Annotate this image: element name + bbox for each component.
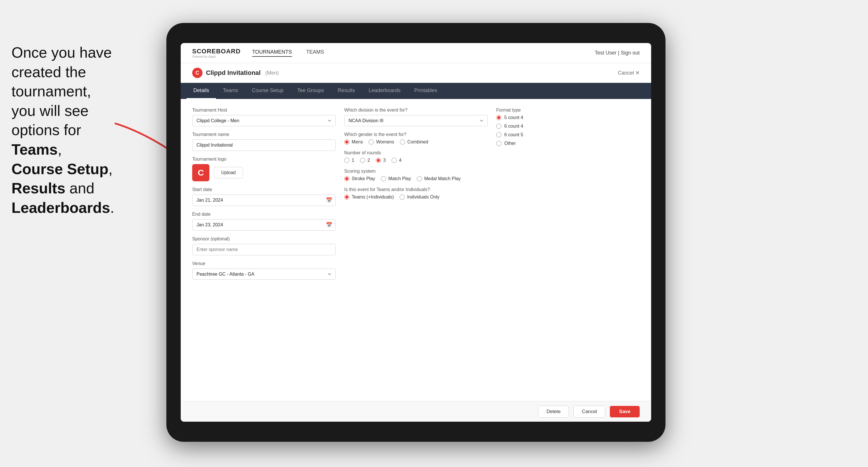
division-group: Which division is the event for? NCAA Di… [344, 107, 488, 126]
bold-teams: Teams [11, 141, 58, 158]
bold-results: Results [11, 180, 65, 196]
end-date-wrapper: 📅 [192, 219, 336, 230]
tab-printables[interactable]: Printables [407, 83, 444, 99]
rounds-3-option[interactable]: 3 [376, 158, 386, 163]
tournament-name-label: Tournament name [192, 132, 336, 137]
teams-radio-group: Teams (+Individuals) Individuals Only [344, 194, 488, 200]
format-6count5-option[interactable]: 6 count 5 [496, 132, 640, 137]
format-5count4-option[interactable]: 5 count 4 [496, 115, 640, 120]
format-other-radio[interactable] [496, 141, 501, 146]
scoring-stroke-radio[interactable] [344, 176, 349, 181]
rounds-1-option[interactable]: 1 [344, 158, 354, 163]
teams-individuals-label: Is this event for Teams and/or Individua… [344, 187, 488, 192]
individuals-only-label: Individuals Only [407, 194, 439, 200]
format-6count4-option[interactable]: 6 count 4 [496, 124, 640, 129]
tournament-name: Clippd Invitational [206, 69, 261, 76]
start-date-label: Start date [192, 187, 336, 192]
format-type-group: Format type 5 count 4 6 count 4 [496, 107, 640, 146]
cancel-button[interactable]: Cancel [574, 406, 605, 418]
start-date-group: Start date 📅 [192, 187, 336, 206]
tournament-host-label: Tournament Host [192, 107, 336, 113]
rounds-4-radio[interactable] [392, 158, 397, 163]
main-nav: TOURNAMENTS TEAMS [252, 49, 324, 57]
tab-results[interactable]: Results [331, 83, 362, 99]
format-type-label: Format type [496, 107, 640, 113]
format-5count4-radio[interactable] [496, 115, 501, 120]
tournament-title-area: C Clippd Invitational (Men) [192, 68, 279, 78]
gender-womens-radio[interactable] [369, 139, 374, 145]
logo-area: SCOREBOARD Powered by clippd [192, 48, 241, 58]
scoring-match-option[interactable]: Match Play [381, 176, 411, 181]
gender-mens-option[interactable]: Mens [344, 139, 363, 145]
logo-icon-display: C [192, 164, 209, 181]
tablet-screen: SCOREBOARD Powered by clippd TOURNAMENTS… [181, 43, 651, 422]
division-select[interactable]: NCAA Division III [344, 115, 488, 126]
rounds-1-label: 1 [352, 158, 354, 163]
gender-mens-radio[interactable] [344, 139, 349, 145]
rounds-label: Number of rounds [344, 150, 488, 155]
gender-combined-label: Combined [407, 139, 428, 145]
scoring-stroke-option[interactable]: Stroke Play [344, 176, 375, 181]
rounds-2-radio[interactable] [360, 158, 365, 163]
save-button[interactable]: Save [610, 406, 640, 417]
individuals-only-option[interactable]: Individuals Only [400, 194, 439, 200]
gender-group: Which gender is the event for? Mens Wome… [344, 132, 488, 145]
cancel-header-button[interactable]: Cancel ✕ [618, 70, 640, 76]
user-menu[interactable]: Test User | Sign out [595, 50, 640, 56]
tab-details[interactable]: Details [186, 83, 216, 99]
tournament-name-group: Tournament name [192, 132, 336, 151]
gender-combined-option[interactable]: Combined [400, 139, 428, 145]
scoring-medal-label: Medal Match Play [424, 176, 461, 181]
bold-leaderboards: Leaderboards [11, 199, 110, 216]
calendar-icon-end: 📅 [326, 222, 332, 228]
scoring-match-label: Match Play [389, 176, 411, 181]
scoring-radio-group: Stroke Play Match Play Medal Match Play [344, 176, 488, 181]
form-col-2: Which division is the event for? NCAA Di… [344, 107, 488, 280]
scoring-medal-radio[interactable] [417, 176, 422, 181]
upload-button[interactable]: Upload [214, 167, 243, 179]
format-6count5-radio[interactable] [496, 132, 501, 137]
logo-text: SCOREBOARD Powered by clippd [192, 48, 241, 58]
tab-tee-groups[interactable]: Tee Groups [290, 83, 331, 99]
individuals-only-radio[interactable] [400, 194, 405, 200]
scoring-stroke-label: Stroke Play [352, 176, 375, 181]
nav-teams[interactable]: TEAMS [306, 49, 324, 57]
venue-label: Venue [192, 261, 336, 266]
teams-plus-radio[interactable] [344, 194, 349, 200]
gender-womens-option[interactable]: Womens [369, 139, 394, 145]
start-date-input[interactable] [192, 194, 336, 206]
tab-teams[interactable]: Teams [216, 83, 245, 99]
rounds-1-radio[interactable] [344, 158, 349, 163]
form-col-3: Format type 5 count 4 6 count 4 [496, 107, 640, 280]
gender-combined-radio[interactable] [400, 139, 405, 145]
scoring-label: Scoring system [344, 169, 488, 174]
format-5count4-label: 5 count 4 [504, 115, 523, 120]
tab-course-setup[interactable]: Course Setup [245, 83, 290, 99]
instruction-text: Once you have created the tournament, yo… [11, 44, 114, 216]
format-6count4-radio[interactable] [496, 124, 501, 129]
teams-plus-label: Teams (+Individuals) [352, 194, 394, 200]
end-date-input[interactable] [192, 219, 336, 230]
teams-plus-option[interactable]: Teams (+Individuals) [344, 194, 394, 200]
venue-select[interactable]: Peachtree GC - Atlanta - GA [192, 269, 336, 280]
bold-course-setup: Course Setup [11, 161, 108, 177]
tournament-name-input[interactable] [192, 139, 336, 151]
tab-leaderboards[interactable]: Leaderboards [362, 83, 407, 99]
rounds-2-option[interactable]: 2 [360, 158, 370, 163]
tournament-host-select[interactable]: Clippd College - Men [192, 115, 336, 126]
format-type-options: 5 count 4 6 count 4 6 count 5 [496, 115, 640, 146]
end-date-group: End date 📅 [192, 212, 336, 230]
rounds-4-option[interactable]: 4 [392, 158, 402, 163]
delete-button[interactable]: Delete [538, 406, 569, 418]
nav-tournaments[interactable]: TOURNAMENTS [252, 49, 292, 57]
sponsor-input[interactable] [192, 244, 336, 255]
scoring-match-radio[interactable] [381, 176, 386, 181]
rounds-3-radio[interactable] [376, 158, 381, 163]
calendar-icon-start: 📅 [326, 197, 332, 204]
rounds-4-label: 4 [399, 158, 402, 163]
format-other-option[interactable]: Other [496, 141, 640, 146]
logo-sub: Powered by clippd [192, 55, 241, 58]
header-left: SCOREBOARD Powered by clippd TOURNAMENTS… [192, 48, 324, 58]
scoring-medal-option[interactable]: Medal Match Play [417, 176, 461, 181]
format-6count4-label: 6 count 4 [504, 124, 523, 129]
